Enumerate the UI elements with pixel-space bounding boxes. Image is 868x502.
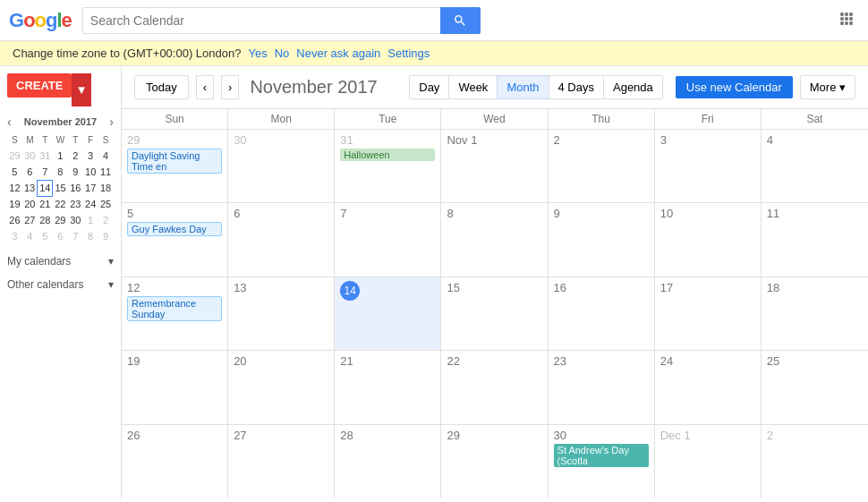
cal-cell[interactable]: 8 xyxy=(441,203,548,276)
cal-cell[interactable]: 30St Andrew's Day (Scotla xyxy=(549,425,655,498)
mini-cal-day[interactable]: 8 xyxy=(83,228,98,244)
mini-cal-day[interactable]: 4 xyxy=(98,148,114,164)
cal-cell[interactable]: 17 xyxy=(655,277,762,350)
apps-icon[interactable] xyxy=(834,6,859,34)
cal-cell[interactable]: 12Remembrance Sunday xyxy=(122,277,228,350)
cal-cell[interactable]: 27 xyxy=(228,425,335,498)
cal-cell[interactable]: 26 xyxy=(122,425,228,498)
my-calendars-section[interactable]: My calendars ▾ xyxy=(7,255,114,268)
cal-cell[interactable]: Dec 1 xyxy=(655,425,762,498)
mini-cal-day[interactable]: 5 xyxy=(7,164,22,180)
mini-cal-day[interactable]: 9 xyxy=(68,164,83,180)
cal-cell[interactable]: 30 xyxy=(228,130,335,202)
mini-cal-day[interactable]: 30 xyxy=(22,148,38,164)
cal-cell[interactable]: 13 xyxy=(228,277,335,350)
next-button[interactable]: › xyxy=(221,75,239,99)
mini-cal-day[interactable]: 14 xyxy=(38,180,53,196)
cal-cell[interactable]: 7 xyxy=(335,203,441,276)
cal-cell[interactable]: 16 xyxy=(549,277,655,350)
cal-event[interactable]: St Andrew's Day (Scotla xyxy=(554,444,649,467)
cal-cell[interactable]: 5Guy Fawkes Day xyxy=(122,203,228,276)
mini-cal-day[interactable]: 18 xyxy=(98,180,114,196)
mini-cal-day[interactable]: 15 xyxy=(53,180,68,196)
cal-cell[interactable]: 2 xyxy=(549,130,655,202)
create-dropdown-button[interactable]: ▼ xyxy=(72,73,90,106)
cal-cell[interactable]: 15 xyxy=(441,277,548,350)
cal-cell[interactable]: 10 xyxy=(655,203,762,276)
mini-cal-day[interactable]: 7 xyxy=(38,164,53,180)
mini-cal-next-button[interactable]: › xyxy=(109,115,114,128)
mini-cal-day[interactable]: 7 xyxy=(68,228,83,244)
mini-cal-day[interactable]: 19 xyxy=(7,196,22,212)
mini-cal-day[interactable]: 8 xyxy=(53,164,68,180)
cal-event[interactable]: Daylight Saving Time en xyxy=(127,149,222,174)
cal-cell[interactable]: 2 xyxy=(762,425,868,498)
cal-cell[interactable]: 11 xyxy=(762,203,868,276)
other-calendars-section[interactable]: Other calendars ▾ xyxy=(7,278,114,291)
cal-cell[interactable]: 18 xyxy=(762,277,868,350)
mini-cal-day[interactable]: 26 xyxy=(7,212,22,228)
cal-event[interactable]: Guy Fawkes Day xyxy=(127,222,222,236)
today-button[interactable]: Today xyxy=(134,75,189,99)
mini-cal-day[interactable]: 28 xyxy=(38,212,53,228)
cal-cell[interactable]: 31Halloween xyxy=(335,130,441,202)
mini-cal-day[interactable]: 3 xyxy=(7,228,22,244)
cal-cell[interactable]: 28 xyxy=(335,425,441,498)
mini-cal-day[interactable]: 22 xyxy=(53,196,68,212)
mini-cal-day[interactable]: 2 xyxy=(68,148,83,164)
cal-cell[interactable]: 9 xyxy=(549,203,655,276)
mini-cal-day[interactable]: 23 xyxy=(68,196,83,212)
mini-cal-day[interactable]: 10 xyxy=(83,164,98,180)
cal-cell[interactable]: 23 xyxy=(549,351,655,423)
cal-cell[interactable]: 25 xyxy=(762,351,868,423)
more-button[interactable]: More ▾ xyxy=(800,75,855,99)
mini-cal-day[interactable]: 30 xyxy=(68,212,83,228)
cal-cell[interactable]: Nov 1 xyxy=(441,130,548,202)
mini-cal-day[interactable]: 12 xyxy=(7,180,22,196)
mini-cal-day[interactable]: 27 xyxy=(22,212,38,228)
view-agenda-button[interactable]: Agenda xyxy=(603,75,663,99)
mini-cal-prev-button[interactable]: ‹ xyxy=(7,115,12,128)
mini-cal-day[interactable]: 17 xyxy=(83,180,98,196)
mini-cal-day[interactable]: 24 xyxy=(83,196,98,212)
cal-cell[interactable]: 29 xyxy=(441,425,548,498)
view-week-button[interactable]: Week xyxy=(448,75,497,99)
mini-cal-day[interactable]: 25 xyxy=(98,196,114,212)
cal-cell[interactable]: 21 xyxy=(335,351,441,423)
prev-button[interactable]: ‹ xyxy=(196,75,214,99)
cal-cell[interactable]: 14 xyxy=(335,277,441,350)
cal-cell[interactable]: 3 xyxy=(655,130,762,202)
mini-cal-day[interactable]: 9 xyxy=(98,228,114,244)
cal-cell[interactable]: 4 xyxy=(762,130,868,202)
search-input[interactable] xyxy=(82,7,440,34)
cal-cell[interactable]: 22 xyxy=(441,351,548,423)
search-button[interactable] xyxy=(440,7,481,34)
cal-cell[interactable]: 29Daylight Saving Time en xyxy=(122,130,228,202)
mini-cal-day[interactable]: 4 xyxy=(22,228,38,244)
cal-event[interactable]: Remembrance Sunday xyxy=(127,296,222,321)
mini-cal-day[interactable]: 16 xyxy=(68,180,83,196)
cal-cell[interactable]: 19 xyxy=(122,351,228,423)
mini-cal-day[interactable]: 29 xyxy=(53,212,68,228)
mini-cal-day[interactable]: 2 xyxy=(98,212,114,228)
mini-cal-day[interactable]: 3 xyxy=(83,148,98,164)
cal-cell[interactable]: 20 xyxy=(228,351,335,423)
mini-cal-day[interactable]: 6 xyxy=(53,228,68,244)
create-button[interactable]: CREATE xyxy=(7,73,72,98)
mini-cal-day[interactable]: 1 xyxy=(83,212,98,228)
cal-cell[interactable]: 24 xyxy=(655,351,762,423)
tz-settings-link[interactable]: Settings xyxy=(387,47,430,60)
mini-cal-day[interactable]: 29 xyxy=(7,148,22,164)
view-month-button[interactable]: Month xyxy=(497,75,548,99)
mini-cal-day[interactable]: 11 xyxy=(98,164,114,180)
view-4days-button[interactable]: 4 Days xyxy=(549,75,603,99)
mini-cal-day[interactable]: 6 xyxy=(22,164,38,180)
tz-yes-link[interactable]: Yes xyxy=(248,47,267,60)
tz-never-link[interactable]: Never ask again xyxy=(296,47,380,60)
tz-no-link[interactable]: No xyxy=(275,47,290,60)
mini-cal-day[interactable]: 21 xyxy=(38,196,53,212)
cal-event[interactable]: Halloween xyxy=(340,149,435,161)
mini-cal-day[interactable]: 31 xyxy=(38,148,53,164)
view-day-button[interactable]: Day xyxy=(409,75,448,99)
mini-cal-day[interactable]: 1 xyxy=(53,148,68,164)
